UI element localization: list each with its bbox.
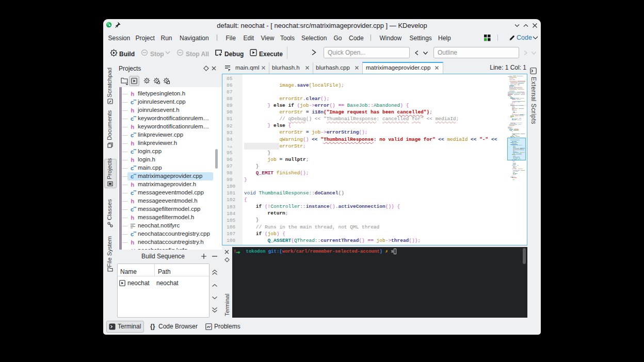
svg-text:c: c	[131, 190, 134, 196]
svg-text:h: h	[131, 157, 135, 163]
svg-text:h: h	[131, 140, 135, 146]
svg-text:c: c	[131, 173, 134, 179]
svg-text:c: c	[131, 206, 134, 212]
svg-text:h: h	[131, 198, 135, 204]
svg-text:h: h	[131, 215, 135, 221]
svg-text:c: c	[131, 132, 134, 138]
svg-text:h: h	[131, 91, 135, 97]
svg-text:h: h	[131, 124, 135, 130]
svg-text:h: h	[131, 182, 135, 188]
svg-text:c: c	[131, 116, 134, 122]
svg-text:h: h	[131, 107, 135, 113]
svg-text:(): ()	[131, 249, 136, 250]
svg-text:c: c	[131, 99, 134, 105]
svg-text:c: c	[131, 231, 134, 237]
svg-text:c: c	[131, 149, 134, 155]
svg-text:c: c	[131, 165, 134, 171]
svg-text:h: h	[131, 239, 135, 245]
